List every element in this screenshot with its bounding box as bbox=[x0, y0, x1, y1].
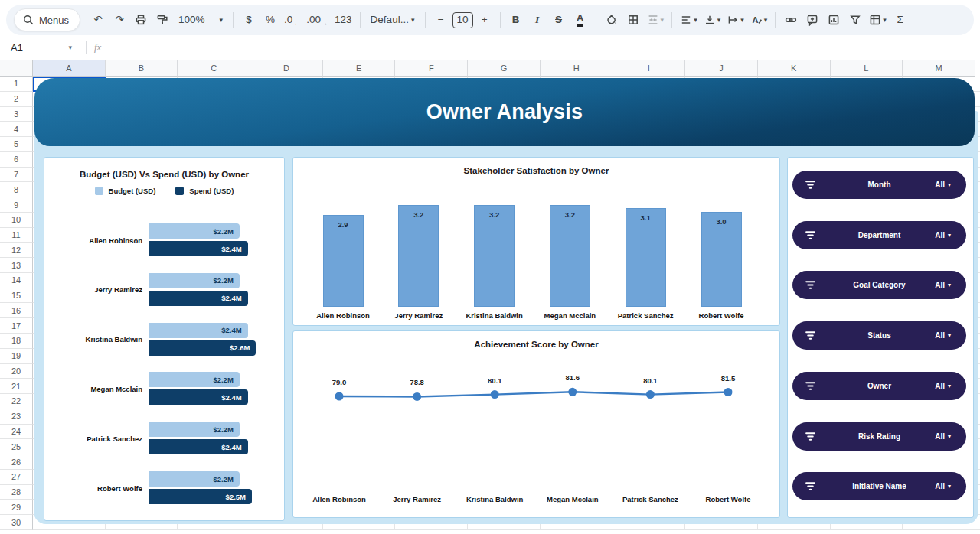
name-box[interactable]: A1 ▾ bbox=[11, 42, 78, 54]
decrease-font-size-button[interactable]: − bbox=[431, 9, 451, 31]
bar-value-label: 2.9 bbox=[323, 220, 364, 229]
slicer-value[interactable]: All▾ bbox=[935, 422, 951, 451]
comment-icon bbox=[806, 14, 818, 26]
chevron-down-icon: ▾ bbox=[948, 282, 951, 288]
search-icon bbox=[22, 14, 34, 26]
number-format-button[interactable]: 123 bbox=[332, 9, 354, 31]
chevron-down-icon: ▾ bbox=[411, 16, 415, 24]
menus-button-label: Menus bbox=[39, 15, 69, 26]
slicer-goal-category[interactable]: Goal Category All▾ bbox=[792, 271, 966, 299]
category-label: Allen Robinson bbox=[297, 495, 381, 503]
bar-value-label: 3.2 bbox=[474, 210, 514, 219]
text-rotation-icon: A bbox=[750, 14, 763, 26]
decrease-decimal-button[interactable]: .0← bbox=[282, 9, 302, 31]
slicer-risk-rating[interactable]: Risk Rating All▾ bbox=[792, 422, 966, 451]
font-size-input[interactable]: 10 bbox=[452, 12, 473, 28]
chevron-down-icon: ▾ bbox=[948, 232, 951, 239]
text-color-button[interactable]: A bbox=[570, 9, 590, 31]
chevron-down-icon: ▾ bbox=[948, 383, 951, 389]
chevron-down-icon: ▾ bbox=[740, 16, 744, 24]
bar-group: Patrick Sanchez $2.2M $2.4M bbox=[44, 422, 284, 455]
slicer-department[interactable]: Department All▾ bbox=[792, 221, 966, 249]
satisfaction-bar bbox=[398, 205, 439, 307]
bar-value-label: $2.6M bbox=[230, 344, 250, 352]
achievement-score-chart[interactable]: Achievement Score by Owner 79.0Allen Rob… bbox=[292, 330, 780, 518]
arrow-icon: → bbox=[322, 20, 328, 27]
borders-button[interactable] bbox=[623, 9, 643, 31]
print-button[interactable] bbox=[131, 9, 151, 31]
insert-chart-button[interactable] bbox=[824, 9, 844, 31]
data-point bbox=[491, 390, 499, 399]
functions-button[interactable]: Σ bbox=[890, 9, 910, 31]
format-percent-button[interactable]: % bbox=[260, 9, 280, 31]
bar-group: Kristina Baldwin $2.4M $2.6M bbox=[44, 323, 284, 357]
bar-value-label: 3.0 bbox=[701, 217, 742, 226]
point-value-label: 80.1 bbox=[478, 376, 511, 385]
increase-decimal-button[interactable]: .00→ bbox=[304, 9, 331, 31]
number-format-button-label: 123 bbox=[335, 15, 352, 25]
menus-button[interactable]: Menus bbox=[14, 8, 80, 31]
category-label: Robert Wolfe bbox=[686, 495, 770, 503]
font-size-input-label: 10 bbox=[457, 15, 469, 25]
bar-value-label: $2.5M bbox=[226, 493, 246, 501]
strikethrough-button[interactable]: S bbox=[549, 9, 569, 31]
text-wrap-button[interactable]: ▾ bbox=[724, 9, 746, 31]
spend-bar: $2.5M bbox=[149, 489, 252, 504]
category-label: Jerry Ramirez bbox=[375, 495, 459, 503]
merge-cells-button[interactable]: ▾ bbox=[645, 9, 667, 31]
budget-vs-spend-chart[interactable]: Budget (USD) Vs Spend (USD) by Owner Bud… bbox=[44, 157, 285, 521]
insert-comment-button[interactable] bbox=[802, 9, 822, 31]
slicer-value[interactable]: All▾ bbox=[935, 221, 951, 249]
increase-decimal-button-label: .00 bbox=[306, 15, 321, 25]
slicer-value[interactable]: All▾ bbox=[935, 171, 951, 199]
horizontal-align-button[interactable]: ▾ bbox=[678, 9, 700, 31]
chevron-down-icon: ▾ bbox=[661, 16, 665, 24]
cell-reference: A1 bbox=[11, 42, 23, 54]
zoom-select[interactable]: 100%▾ bbox=[174, 9, 227, 31]
stakeholder-satisfaction-chart[interactable]: Stakeholder Satisfaction by Owner 2.9All… bbox=[292, 157, 780, 326]
table-button[interactable]: ▾ bbox=[867, 9, 889, 31]
budget-bar: $2.2M bbox=[149, 372, 240, 387]
slicer-value[interactable]: All▾ bbox=[935, 321, 951, 350]
create-filter-button[interactable] bbox=[845, 9, 865, 31]
insert-link-button[interactable] bbox=[781, 9, 801, 31]
paint-format-button[interactable] bbox=[152, 9, 172, 31]
toolbar-divider bbox=[775, 12, 776, 28]
decrease-decimal-button-label: .0 bbox=[284, 15, 292, 25]
slicer-value[interactable]: All▾ bbox=[935, 271, 951, 299]
point-value-label: 80.1 bbox=[633, 376, 667, 385]
merge-icon bbox=[647, 14, 659, 26]
font-family-select[interactable]: Defaul...▾ bbox=[366, 9, 420, 31]
chart-title: Stakeholder Satisfaction by Owner bbox=[293, 166, 779, 175]
redo-button[interactable]: ↷ bbox=[109, 9, 129, 31]
chart-title: Budget (USD) Vs Spend (USD) by Owner bbox=[44, 170, 284, 179]
slicer-month[interactable]: Month All▾ bbox=[792, 171, 966, 199]
undo-button[interactable]: ↶ bbox=[88, 9, 108, 31]
slicer-initiative-name[interactable]: Initiative Name All▾ bbox=[792, 472, 966, 500]
format-currency-button[interactable]: $ bbox=[239, 9, 259, 31]
chevron-down-icon: ▾ bbox=[717, 16, 721, 24]
slicer-status[interactable]: Status All▾ bbox=[792, 321, 966, 350]
vertical-align-button[interactable]: ▾ bbox=[701, 9, 724, 31]
bar-value-label: $2.2M bbox=[213, 425, 233, 434]
spend-bar: $2.4M bbox=[149, 241, 248, 256]
increase-font-size-button-label: + bbox=[482, 15, 488, 25]
point-value-label: 81.5 bbox=[711, 374, 745, 383]
satisfaction-bar bbox=[550, 205, 590, 307]
slicer-value[interactable]: All▾ bbox=[935, 372, 951, 400]
budget-bar: $2.2M bbox=[149, 273, 240, 288]
bold-button[interactable]: B bbox=[506, 9, 526, 31]
fill-color-button[interactable] bbox=[602, 9, 622, 31]
toolbar-divider bbox=[596, 12, 596, 28]
format-percent-button-label: % bbox=[266, 15, 275, 25]
italic-button[interactable]: I bbox=[528, 9, 547, 31]
formula-input[interactable] bbox=[109, 35, 980, 60]
divider bbox=[86, 41, 87, 54]
slicer-value[interactable]: All▾ bbox=[935, 472, 951, 500]
toolbar-divider bbox=[500, 12, 501, 28]
increase-font-size-button[interactable]: + bbox=[475, 9, 495, 31]
bar-group: Allen Robinson $2.2M $2.4M bbox=[44, 223, 284, 257]
slicer-owner[interactable]: Owner All▾ bbox=[792, 372, 966, 400]
fill-bucket-icon bbox=[606, 14, 618, 26]
text-rotation-button[interactable]: A▾ bbox=[748, 9, 770, 31]
